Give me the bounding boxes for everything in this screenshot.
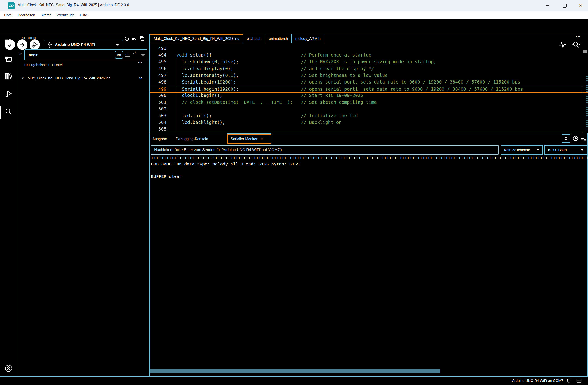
toolbar: Arduino UNO R4 WiFi (0, 19, 588, 34)
panel-tab-label: Ausgabe (152, 137, 167, 141)
editor-tab-1[interactable]: pitches.h (243, 34, 265, 43)
sidebar-item-search[interactable] (4, 107, 13, 116)
code-token: // and clear the display */ (233, 66, 374, 71)
maximize-button[interactable] (557, 0, 572, 11)
clear-output-button[interactable] (580, 135, 587, 142)
code-token: // opens serial port1, sets data rate to… (239, 86, 523, 92)
line-number: 500 (150, 93, 167, 98)
arduino-ide-window: Multi_Clock_Kai_NEC_Send_Big_R4_Wifi_202… (0, 0, 588, 385)
debug-icon (4, 90, 13, 98)
whole-word-toggle[interactable]: ab (125, 52, 130, 57)
file-expand-chevron[interactable]: > (22, 76, 24, 80)
toggle-replace-chevron[interactable]: > (19, 51, 22, 56)
code-line-497[interactable]: 497 lc.setIntensity(0,1); // Set brightn… (150, 72, 588, 79)
serial-output[interactable]: ++++++++++++++++++++++++++++++++++++++++… (151, 155, 588, 180)
collapse-all-icon (140, 36, 145, 41)
sidebar-item-debug[interactable] (4, 89, 13, 98)
sidebar-item-library-manager[interactable] (4, 72, 13, 81)
folder-icon (4, 38, 13, 46)
code-token: lc (182, 59, 187, 64)
line-number: 505 (150, 127, 167, 132)
code-line-495[interactable]: 495 lc.shutdown(0,false); // The MAX72XX… (150, 59, 588, 65)
code-token (176, 113, 182, 118)
notifications-button[interactable] (566, 378, 571, 383)
code-line-493[interactable]: 493 (150, 45, 588, 52)
code-line-499[interactable]: 499 Serial1.begin(19200); // opens seria… (150, 86, 588, 92)
board-name: Arduino UNO R4 WiFi (55, 43, 95, 47)
code-line-496[interactable]: 496 lc.clearDisplay(0); // and clear the… (150, 66, 588, 72)
board-selector[interactable]: Arduino UNO R4 WiFi (44, 40, 123, 50)
code-token: ); (233, 73, 239, 78)
code-text: void setup(){ // Perform once at startup (176, 52, 371, 58)
line-ending-select[interactable]: Kein Zeilenende (501, 145, 543, 154)
code-token: // opens serial port, sets data rate to … (236, 79, 520, 85)
baud-rate-select[interactable]: 19200 Baud (544, 145, 587, 154)
open-editors-filter-toggle[interactable] (140, 52, 146, 58)
code-line-502[interactable]: 502 (150, 106, 588, 113)
match-case-toggle[interactable]: Aa (115, 51, 123, 59)
menu-item-1[interactable]: Bearbeiten (18, 13, 35, 17)
refresh-button[interactable] (124, 36, 130, 41)
serial-output-line-0: ++++++++++++++++++++++++++++++++++++++++… (151, 155, 588, 161)
panel-tab-1[interactable]: Debugging-Konsole (176, 135, 208, 143)
code-editor[interactable]: }493494void setup(){ // Perform once at … (150, 44, 588, 133)
upload-button[interactable] (17, 40, 27, 50)
code-token: ); (233, 86, 239, 92)
sidebar-item-boards-manager[interactable] (4, 55, 13, 64)
close-button[interactable]: ✕ (574, 0, 588, 11)
serial-horizontal-scrollbar[interactable] (150, 369, 441, 373)
editor-more-actions[interactable]: ••• (576, 35, 581, 39)
editor-scrollbar-thumb[interactable] (583, 50, 587, 53)
toggle-panel-button[interactable] (576, 378, 582, 383)
code-line-505[interactable]: 505 (150, 126, 588, 133)
editor-tab-bar: Multi_Clock_Kai_NEC_Send_Big_R4_Wifi_202… (150, 34, 588, 43)
collapse-panel-button[interactable] (562, 134, 570, 143)
menu-item-4[interactable]: Hilfe (80, 13, 87, 17)
code-line-501[interactable]: 501 // clock.setDateTime(__DATE__, __TIM… (150, 99, 588, 106)
chevron-down-icon (536, 149, 540, 151)
search-input[interactable] (25, 50, 104, 60)
sidebar-item-sketchbook[interactable] (4, 38, 13, 47)
menu-item-2[interactable]: Sketch (40, 13, 51, 17)
code-token: 0 (214, 59, 217, 64)
status-bar: Arduino UNO R4 WiFi an COM7 (0, 377, 588, 385)
panel-tab-2[interactable]: Serieller Monitor✕ (227, 134, 272, 144)
clear-search-results-button[interactable] (131, 36, 137, 41)
panel-tab-0[interactable]: Ausgabe (152, 135, 167, 143)
clear-output-icon (580, 135, 586, 141)
serial-message-input[interactable] (151, 146, 498, 154)
sidebar-item-account[interactable] (4, 364, 13, 373)
menu-item-3[interactable]: Werkzeuge (57, 13, 75, 17)
timestamp-toggle-button[interactable] (572, 135, 579, 142)
code-line-503[interactable]: 503 lcd.init(); // Initialize the lcd (150, 113, 588, 120)
editor-tab-3[interactable]: melody_ARM.h (292, 34, 324, 43)
search-icon (4, 108, 13, 116)
bottom-panel: AusgabeDebugging-KonsoleSerieller Monito… (150, 133, 588, 376)
code-line-494[interactable]: 494void setup(){ // Perform once at star… (150, 52, 588, 59)
search-more-actions[interactable]: ••• (138, 61, 143, 64)
close-tab-icon[interactable]: ✕ (260, 137, 263, 141)
editor-tab-0[interactable]: Multi_Clock_Kai_NEC_Send_Big_R4_Wifi_202… (150, 34, 243, 43)
code-line-492[interactable]: } (150, 44, 588, 45)
code-token: ); (231, 79, 236, 85)
debug-button[interactable] (29, 40, 40, 50)
clock-icon (572, 135, 579, 141)
code-token: 1 (231, 73, 233, 78)
code-token: ( (223, 66, 225, 71)
activitybar-divider (17, 34, 17, 377)
code-line-500[interactable]: 500 clock1.begin(); // Start RTC 19-09-2… (150, 92, 588, 99)
menu-item-0[interactable]: Datei (4, 13, 12, 17)
code-token (176, 120, 182, 125)
code-line-498[interactable]: 498 Serial.begin(19200); // opens serial… (150, 79, 588, 86)
search-result-file[interactable]: Multi_Clock_Kai_NEC_Send_Big_R4_Wifi_202… (28, 76, 110, 80)
code-token: void (176, 52, 187, 58)
code-token: . (187, 66, 190, 71)
regex-toggle[interactable]: * (133, 52, 136, 55)
editor-tab-2[interactable]: animation.h (265, 34, 292, 43)
code-token: . (187, 59, 190, 64)
code-token: // Set brightness to a low value (239, 73, 388, 78)
minimize-button[interactable] (540, 0, 555, 11)
code-token: 19200 (217, 79, 231, 85)
collapse-all-button[interactable] (139, 36, 145, 41)
code-line-504[interactable]: 504 lcd.backlight(); // Backlight on (150, 120, 588, 126)
